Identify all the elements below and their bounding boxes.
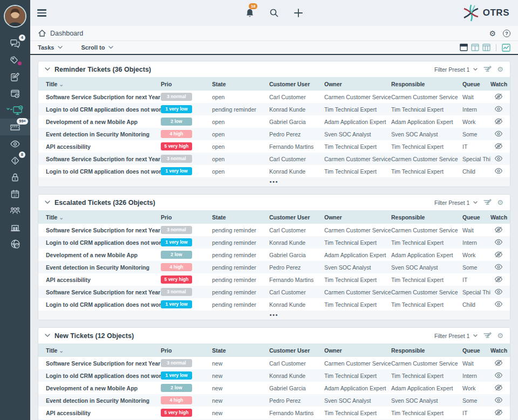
table-row[interactable]: Software Service Subcription for next Ye… (38, 153, 510, 165)
watch-eye-off-icon[interactable] (494, 144, 503, 150)
ticket-title[interactable]: API accessibility (38, 407, 161, 419)
column-customer-user[interactable]: Customer User (269, 343, 324, 357)
sidebar-item-lock[interactable] (0, 169, 30, 185)
widget-settings-gear-icon[interactable]: ⚙ (497, 66, 503, 73)
table-row[interactable]: Software Service Subcription for next Ye… (38, 91, 510, 103)
page-settings-gear-icon[interactable]: ⚙ (489, 30, 496, 37)
column-queue[interactable]: Queue (462, 77, 490, 91)
breadcrumb[interactable]: Dashboard (38, 29, 83, 37)
watch-eye-off-icon[interactable] (494, 410, 503, 417)
filter-preset-dropdown[interactable]: Filter Preset 1 (434, 199, 478, 206)
layout-two-column-icon[interactable] (471, 44, 479, 51)
ticket-title[interactable]: Software Service Subcription for next Ye… (38, 153, 161, 165)
help-icon[interactable]: ? (503, 30, 510, 37)
filter-preset-dropdown[interactable]: Filter Preset 1 (434, 66, 478, 73)
watch-eye-icon[interactable] (494, 398, 503, 404)
sidebar-item-watchlist[interactable] (0, 135, 30, 152)
column-watch[interactable]: Watch (490, 77, 510, 91)
column-prio[interactable]: Prio (161, 343, 212, 357)
watch-eye-icon[interactable] (494, 302, 503, 308)
sidebar-item-notes[interactable] (0, 68, 30, 85)
watch-eye-off-icon[interactable] (494, 252, 503, 259)
edit-filters-icon[interactable] (483, 65, 492, 73)
sidebar-item-system-monitor[interactable] (0, 102, 30, 119)
ticket-title[interactable]: Development of a new Mobile App (38, 249, 161, 261)
column-watch[interactable]: Watch (490, 210, 510, 224)
column-owner[interactable]: Owner (324, 210, 391, 224)
watch-eye-icon[interactable] (494, 240, 503, 246)
ticket-title[interactable]: Login to old CRM application does not wo… (38, 298, 161, 311)
column-queue[interactable]: Queue (462, 210, 490, 224)
column-queue[interactable]: Queue (462, 343, 490, 357)
table-row[interactable]: Event detection in Security Monitoring 4… (38, 261, 510, 273)
watch-eye-icon[interactable] (494, 290, 503, 296)
show-more-button[interactable]: ••• (38, 311, 510, 320)
filter-preset-dropdown[interactable]: Filter Preset 1 (434, 333, 478, 339)
column-state[interactable]: State (212, 343, 269, 357)
add-plus-icon[interactable] (294, 8, 303, 18)
ticket-title[interactable]: Login to old CRM application does not wo… (38, 165, 161, 177)
watch-eye-icon[interactable] (494, 373, 503, 380)
ticket-title[interactable]: Login to old CRM application does not wo… (38, 103, 161, 115)
table-row[interactable]: Software Service Subcription for next Ye… (38, 286, 510, 298)
watch-eye-icon[interactable] (494, 265, 503, 271)
edit-filters-icon[interactable] (483, 332, 492, 340)
scroll-to-dropdown[interactable]: Scroll to (81, 44, 113, 51)
ticket-title[interactable]: Software Service Subcription for next Ye… (38, 357, 161, 369)
widget-settings-gear-icon[interactable]: ⚙ (497, 332, 503, 339)
sidebar-item-tags[interactable] (0, 52, 30, 68)
table-row[interactable]: Development of a new Mobile App 2 low ne… (38, 382, 510, 394)
column-title[interactable]: Title ⌄ (38, 210, 161, 224)
sidebar-item-appointments[interactable] (0, 85, 30, 102)
ticket-title[interactable]: Event detection in Security Monitoring (38, 261, 161, 273)
widget-collapse-toggle[interactable]: Reminder Tickets (36 Objects) (45, 66, 151, 73)
watch-eye-icon[interactable] (494, 132, 503, 138)
watch-eye-off-icon[interactable] (494, 119, 503, 126)
search-icon[interactable] (269, 8, 279, 18)
ticket-title[interactable]: API accessibility (38, 140, 161, 153)
column-state[interactable]: State (212, 77, 269, 91)
column-watch[interactable]: Watch (490, 343, 510, 357)
column-responsible[interactable]: Responsible (391, 77, 462, 91)
layout-one-column-icon[interactable] (460, 44, 468, 51)
tasks-dropdown[interactable]: Tasks (38, 44, 63, 51)
ticket-title[interactable]: API accessibility (38, 273, 161, 286)
column-responsible[interactable]: Responsible (391, 210, 462, 224)
table-row[interactable]: Software Service Subcription for next Ye… (38, 224, 510, 236)
show-more-button[interactable]: ••• (38, 177, 510, 187)
column-owner[interactable]: Owner (324, 77, 391, 91)
column-responsible[interactable]: Responsible (391, 343, 462, 357)
sidebar-item-knowledge-base[interactable]: ? (0, 236, 30, 252)
table-row[interactable]: Development of a new Mobile App 2 low pe… (38, 249, 510, 261)
watch-eye-off-icon[interactable] (494, 361, 503, 367)
menu-hamburger-icon[interactable] (37, 9, 46, 17)
sidebar-item-customers[interactable] (0, 202, 30, 219)
column-owner[interactable]: Owner (324, 343, 391, 357)
column-title[interactable]: Title ⌄ (38, 343, 161, 357)
watch-eye-off-icon[interactable] (494, 94, 503, 101)
table-row[interactable]: Login to old CRM application does not wo… (38, 298, 510, 311)
table-row[interactable]: Login to old CRM application does not wo… (38, 103, 510, 115)
notifications-bell-icon[interactable]: 18 (245, 8, 255, 18)
column-customer-user[interactable]: Customer User (269, 210, 324, 224)
ticket-title[interactable]: Development of a new Mobile App (38, 115, 161, 128)
ticket-title[interactable]: Development of a new Mobile App (38, 382, 161, 394)
watch-eye-off-icon[interactable] (494, 228, 503, 234)
edit-filters-icon[interactable] (483, 198, 492, 206)
sidebar-item-chat[interactable]: 4 (0, 35, 30, 52)
watch-eye-off-icon[interactable] (494, 385, 503, 392)
column-prio[interactable]: Prio (161, 210, 212, 224)
table-row[interactable]: Login to old CRM application does not wo… (38, 369, 510, 382)
table-row[interactable]: Software Service Subcription for next Ye… (38, 357, 510, 369)
avatar[interactable] (4, 5, 26, 27)
sidebar-item-tickets[interactable]: 99+ (0, 119, 30, 135)
ticket-title[interactable]: Event detection in Security Monitoring (38, 394, 161, 407)
sidebar-item-organizations[interactable] (0, 219, 30, 236)
ticket-title[interactable]: Event detection in Security Monitoring (38, 128, 161, 140)
column-prio[interactable]: Prio (161, 77, 212, 91)
table-row[interactable]: Development of a new Mobile App 2 low op… (38, 115, 510, 128)
ticket-title[interactable]: Software Service Subcription for next Ye… (38, 286, 161, 298)
table-row[interactable]: Event detection in Security Monitoring 4… (38, 128, 510, 140)
layout-three-column-icon[interactable] (482, 44, 490, 51)
table-row[interactable]: API accessibility 5 very high new Fernan… (38, 407, 510, 419)
